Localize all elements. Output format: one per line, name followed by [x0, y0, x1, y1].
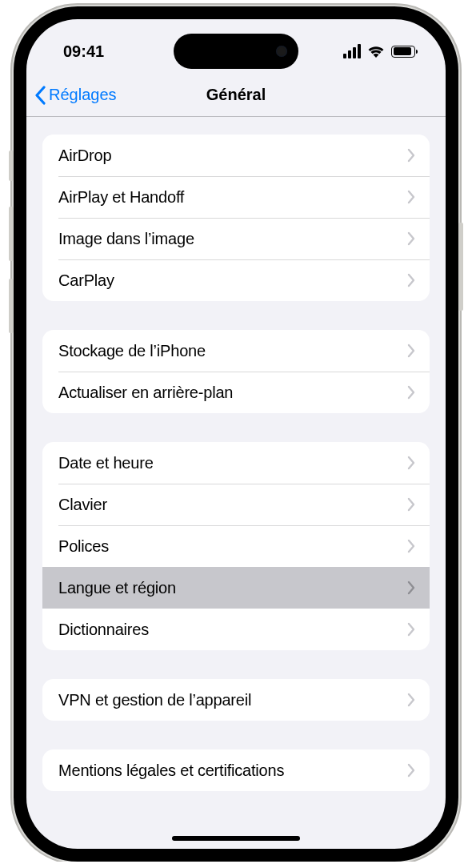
screen: 09:41 Réglages — [26, 19, 446, 849]
row-legal-certifications[interactable]: Mentions légales et certifications — [42, 749, 430, 791]
row-label: Mentions légales et certifications — [58, 762, 284, 780]
chevron-right-icon — [407, 385, 415, 400]
row-label: Image dans l’image — [58, 230, 194, 248]
row-airplay-handoff[interactable]: AirPlay et Handoff — [42, 176, 430, 218]
row-background-refresh[interactable]: Actualiser en arrière-plan — [42, 372, 430, 413]
row-label: Date et heure — [58, 454, 154, 472]
row-fonts[interactable]: Polices — [42, 525, 430, 567]
row-airdrop[interactable]: AirDrop — [42, 135, 430, 176]
row-dictionaries[interactable]: Dictionnaires — [42, 609, 430, 650]
chevron-right-icon — [407, 344, 415, 358]
phone-frame: 09:41 Réglages — [14, 6, 458, 862]
chevron-right-icon — [407, 622, 415, 637]
mute-switch — [9, 151, 14, 181]
chevron-right-icon — [407, 693, 415, 707]
settings-group: Stockage de l’iPhoneActualiser en arrièr… — [42, 330, 430, 413]
battery-icon — [391, 46, 415, 58]
chevron-right-icon — [407, 581, 415, 595]
power-button — [458, 223, 463, 311]
row-label: Polices — [58, 537, 109, 556]
row-label: Clavier — [58, 496, 107, 514]
row-date-time[interactable]: Date et heure — [42, 442, 430, 484]
wifi-icon — [367, 45, 385, 58]
row-iphone-storage[interactable]: Stockage de l’iPhone — [42, 330, 430, 372]
settings-group: AirDropAirPlay et HandoffImage dans l’im… — [42, 135, 430, 301]
back-button[interactable]: Réglages — [26, 86, 117, 105]
volume-down-button — [9, 279, 14, 333]
row-vpn-device-management[interactable]: VPN et gestion de l’appareil — [42, 679, 430, 721]
row-label: Actualiser en arrière-plan — [58, 384, 233, 402]
row-label: Stockage de l’iPhone — [58, 342, 206, 360]
status-icons — [343, 34, 415, 58]
front-camera — [276, 46, 287, 57]
row-picture-in-picture[interactable]: Image dans l’image — [42, 218, 430, 259]
chevron-right-icon — [407, 231, 415, 246]
chevron-right-icon — [407, 456, 415, 470]
chevron-left-icon — [34, 86, 46, 105]
chevron-right-icon — [407, 190, 415, 204]
row-label: AirDrop — [58, 147, 111, 165]
row-label: AirPlay et Handoff — [58, 188, 184, 207]
row-label: Dictionnaires — [58, 621, 149, 639]
chevron-right-icon — [407, 539, 415, 553]
cellular-signal-icon — [343, 44, 361, 58]
settings-group: Mentions légales et certifications — [42, 749, 430, 791]
status-time: 09:41 — [63, 33, 104, 61]
home-indicator[interactable] — [172, 836, 300, 841]
chevron-right-icon — [407, 497, 415, 512]
settings-content[interactable]: AirDropAirPlay et HandoffImage dans l’im… — [26, 117, 446, 849]
volume-up-button — [9, 207, 14, 261]
chevron-right-icon — [407, 148, 415, 163]
row-language-region[interactable]: Langue et région — [42, 567, 430, 609]
nav-bar: Réglages Général — [26, 74, 446, 117]
settings-group: VPN et gestion de l’appareil — [42, 679, 430, 721]
row-label: CarPlay — [58, 271, 114, 290]
back-label: Réglages — [49, 86, 117, 104]
row-label: VPN et gestion de l’appareil — [58, 691, 251, 709]
settings-group: Date et heureClavierPolicesLangue et rég… — [42, 442, 430, 650]
row-carplay[interactable]: CarPlay — [42, 259, 430, 301]
chevron-right-icon — [407, 273, 415, 287]
chevron-right-icon — [407, 763, 415, 778]
row-keyboard[interactable]: Clavier — [42, 484, 430, 525]
row-label: Langue et région — [58, 579, 176, 597]
dynamic-island — [174, 34, 298, 69]
